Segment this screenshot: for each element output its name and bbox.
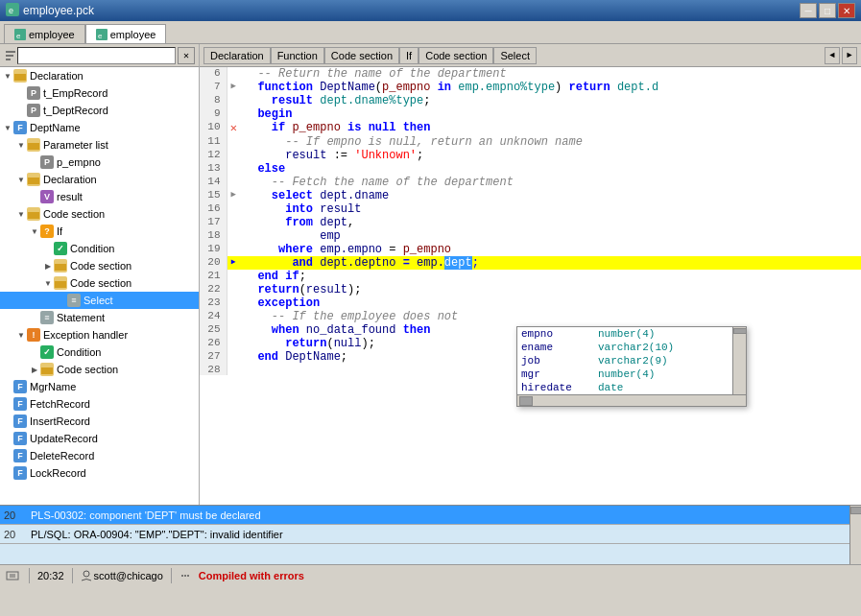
tree-item[interactable]: ▼Declaration [0,171,199,188]
tree-expander-icon[interactable] [29,346,40,358]
tree-expander-icon[interactable]: ▼ [15,208,27,220]
tree-item[interactable]: ▼Code section [0,205,199,223]
tree-expander-icon[interactable]: ▼ [29,225,40,237]
autocomplete-item[interactable]: empnonumber(4) [517,327,732,341]
tree-item[interactable]: ≡Select [0,292,199,309]
line-code[interactable]: into result [240,202,861,216]
tree-search-input[interactable] [17,47,176,64]
tree-item[interactable]: Pp_empno [0,154,199,171]
line-code[interactable]: if p_empno is null then [240,121,861,135]
autocomplete-scrollbar[interactable] [732,327,746,394]
line-code[interactable]: begin [240,107,861,121]
tab-employee-1[interactable]: e employee [4,24,85,43]
line-code[interactable]: -- If empno is null, return an unknown n… [240,135,861,149]
tree-expander-icon[interactable] [2,398,13,410]
tree-expander-icon[interactable]: ▼ [15,174,27,185]
tree-close-button[interactable]: ✕ [178,47,195,64]
line-code[interactable]: else [240,162,861,176]
tree-item[interactable]: ✓Condition [0,240,199,257]
close-button[interactable]: ✕ [838,3,855,18]
tree-expander-icon[interactable] [29,312,40,323]
tree-expander-icon[interactable] [2,467,13,479]
line-code[interactable]: function DeptName(p_empno in emp.empno%t… [240,81,861,94]
breadcrumb-item-3[interactable]: If [399,47,419,64]
tree-item[interactable]: ✓Condition [0,344,199,361]
tree-expander-icon[interactable]: ▼ [2,70,13,82]
tree-expander-icon[interactable] [56,295,67,306]
tree-expander-icon[interactable]: ▼ [2,122,13,133]
breadcrumb-item-1[interactable]: Function [271,47,324,64]
tree-item[interactable]: ▼?If [0,223,199,240]
tree-item[interactable]: ▼!Exception handler [0,326,199,344]
tree-item[interactable]: FUpdateRecord [0,430,199,447]
tree-expander-icon[interactable] [2,433,13,444]
tree-item[interactable]: ▶Code section [0,257,199,274]
tree-expander-icon[interactable]: ▼ [42,277,54,289]
breadcrumb-item-5[interactable]: Select [493,47,537,64]
tree-node-icon: ✓ [54,242,67,255]
tree-expander-icon[interactable] [15,105,27,116]
tree-expander-icon[interactable] [29,156,40,168]
tree-expander-icon[interactable] [15,87,27,99]
line-number: 12 [200,149,227,162]
error-row-0[interactable]: 20PLS-00302: component 'DEPT' must be de… [0,506,849,525]
breadcrumb-prev-button[interactable]: ◄ [825,47,840,64]
tree-expander-icon[interactable]: ▶ [42,260,54,272]
tree-expander-icon[interactable] [42,243,54,254]
svg-text:e: e [16,32,21,40]
tree-item[interactable]: FInsertRecord [0,413,199,430]
line-code[interactable]: emp [240,229,861,243]
line-code[interactable]: where emp.empno = p_empno [240,243,861,256]
tab-employee-2[interactable]: e employee [85,24,167,43]
line-code[interactable]: select dept.dname [240,189,861,202]
line-code[interactable]: -- Return the name of the department [240,67,861,81]
line-number: 11 [200,135,227,149]
autocomplete-item[interactable]: mgrnumber(4) [517,367,732,381]
breadcrumb-item-4[interactable]: Code section [419,47,493,64]
line-code[interactable]: exception [240,296,861,310]
tree-item[interactable]: Vresult [0,188,199,205]
tree-item[interactable]: FDeleteRecord [0,447,199,464]
tree-item[interactable]: FMgrName [0,378,199,395]
tree-item[interactable]: ▼Code section [0,274,199,292]
autocomplete-list[interactable]: empnonumber(4)enamevarchar2(10)jobvarcha… [517,327,732,394]
maximize-button[interactable]: □ [819,3,836,18]
tree-item[interactable]: Pt_EmpRecord [0,84,199,102]
line-code[interactable]: end if; [240,270,861,283]
line-code[interactable]: result := 'Unknown'; [240,149,861,162]
autocomplete-item[interactable]: hiredatedate [517,381,732,394]
minimize-button[interactable]: ─ [800,3,817,18]
tree-expander-icon[interactable]: ▼ [15,329,27,341]
tree-item[interactable]: ▶Code section [0,361,199,378]
autocomplete-item[interactable]: jobvarchar2(9) [517,354,732,367]
expand-marker-icon[interactable]: ▶ [231,190,236,200]
error-scrollbar[interactable] [849,506,861,564]
tree-item[interactable]: ▼FDeptName [0,119,199,136]
tree-item[interactable]: ≡Statement [0,309,199,326]
line-code[interactable]: and dept.deptno = emp.dept; [240,256,861,270]
tree-item[interactable]: Pt_DeptRecord [0,102,199,119]
tree-item[interactable]: FFetchRecord [0,395,199,413]
tree-expander-icon[interactable]: ▼ [15,139,27,151]
tree-expander-icon[interactable] [2,450,13,462]
tree-expander-icon[interactable]: ▶ [29,364,40,375]
line-code[interactable]: from dept, [240,216,861,229]
line-code[interactable]: -- If the employee does not [240,310,861,323]
tree-item[interactable]: ▼Declaration [0,67,199,84]
expand-marker-icon[interactable]: ▶ [231,82,236,91]
tree-item[interactable]: FLockRecord [0,464,199,482]
tree-expander-icon[interactable] [29,191,40,202]
autocomplete-item[interactable]: enamevarchar2(10) [517,341,732,354]
line-marker [227,337,240,350]
code-lines[interactable]: 6 -- Return the name of the department7▶… [200,67,861,505]
breadcrumb-next-button[interactable]: ► [842,47,857,64]
line-code[interactable]: -- Fetch the name of the department [240,176,861,189]
breadcrumb-item-2[interactable]: Code section [324,47,399,64]
breadcrumb-item-0[interactable]: Declaration [203,47,271,64]
error-row-1[interactable]: 20PL/SQL: ORA-00904: "EMP"."DEPT": inval… [0,525,849,544]
line-code[interactable]: return(result); [240,283,861,296]
tree-item[interactable]: ▼Parameter list [0,136,199,154]
tree-expander-icon[interactable] [2,415,13,427]
line-code[interactable]: result dept.dname%type; [240,94,861,107]
tree-expander-icon[interactable] [2,381,13,392]
